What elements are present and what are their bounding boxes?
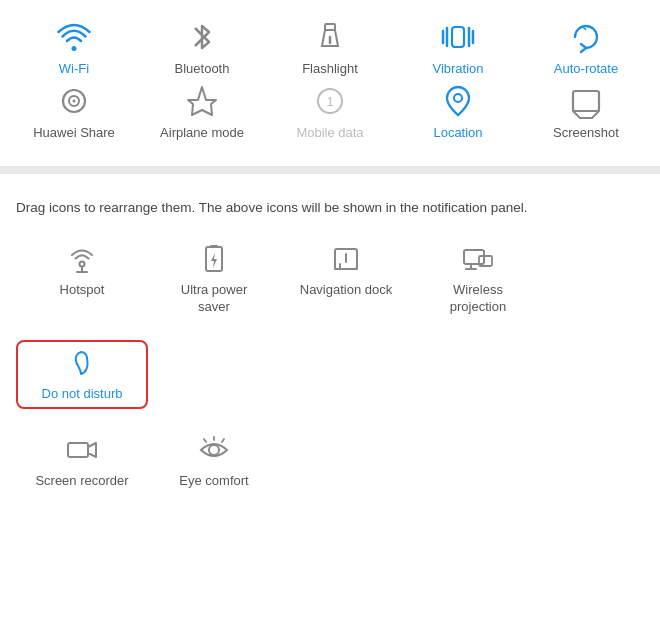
svg-rect-2	[452, 27, 464, 47]
airplanemode-label: Airplane mode	[160, 125, 244, 140]
hotspot-label: Hotspot	[60, 282, 105, 299]
location-toggle[interactable]: Location	[398, 82, 518, 140]
hotspot-toggle[interactable]: Hotspot	[16, 236, 148, 322]
vibration-toggle[interactable]: Vibration	[398, 18, 518, 76]
screenrecorder-label: Screen recorder	[35, 473, 128, 490]
extra-icons-grid: Hotspot Ultra powersaver Navigation dock	[16, 236, 644, 427]
eyecomfort-label: Eye comfort	[179, 473, 248, 490]
svg-rect-22	[210, 245, 218, 248]
eyecomfort-icon	[197, 433, 231, 467]
airplanemode-toggle[interactable]: Airplane mode	[142, 82, 262, 140]
quick-settings-row-1: Wi-Fi Bluetooth Flashlight	[0, 18, 660, 76]
vibration-icon	[439, 18, 477, 56]
huaweishare-toggle[interactable]: Huawei Share	[14, 82, 134, 140]
section-divider	[0, 166, 660, 174]
svg-point-33	[209, 445, 219, 455]
vibration-label: Vibration	[432, 61, 483, 76]
navigationdock-toggle[interactable]: Navigation dock	[280, 236, 412, 322]
autorotate-label: Auto-rotate	[554, 61, 618, 76]
screenshot-icon	[567, 82, 605, 120]
huaweishare-icon	[55, 82, 93, 120]
flashlight-toggle[interactable]: Flashlight	[270, 18, 390, 76]
ultrapowersaver-toggle[interactable]: Ultra powersaver	[148, 236, 280, 322]
eyecomfort-toggle[interactable]: Eye comfort	[148, 427, 280, 496]
bluetooth-label: Bluetooth	[175, 61, 230, 76]
svg-rect-27	[464, 250, 484, 264]
top-section: Wi-Fi Bluetooth Flashlight	[0, 0, 660, 156]
navigationdock-label: Navigation dock	[300, 282, 393, 299]
extra-icons-grid-row2: Screen recorder Eye comfort	[16, 427, 644, 514]
wifi-icon	[55, 18, 93, 56]
ultrapowersaver-icon	[197, 242, 231, 276]
screenshot-label: Screenshot	[553, 125, 619, 140]
ultrapowersaver-label: Ultra powersaver	[181, 282, 247, 316]
location-label: Location	[433, 125, 482, 140]
screenrecorder-icon	[65, 433, 99, 467]
mobiledata-icon: 1	[311, 82, 349, 120]
svg-point-10	[73, 100, 76, 103]
svg-rect-14	[573, 91, 599, 111]
navigationdock-icon	[329, 242, 363, 276]
svg-text:1: 1	[326, 94, 333, 109]
drag-hint-text: Drag icons to rearrange them. The above …	[16, 198, 644, 218]
hotspot-icon	[65, 242, 99, 276]
flashlight-label: Flashlight	[302, 61, 358, 76]
bluetooth-toggle[interactable]: Bluetooth	[142, 18, 262, 76]
wirelessprojection-label: Wirelessprojection	[450, 282, 506, 316]
donotdisturb-icon	[65, 346, 99, 380]
airplanemode-icon	[183, 82, 221, 120]
wifi-label: Wi-Fi	[59, 61, 89, 76]
autorotate-toggle[interactable]: Auto-rotate	[526, 18, 646, 76]
donotdisturb-label: Do not disturb	[42, 386, 123, 403]
mobiledata-label: Mobile data	[296, 125, 363, 140]
screenrecorder-toggle[interactable]: Screen recorder	[16, 427, 148, 496]
donotdisturb-toggle[interactable]: Do not disturb	[16, 340, 148, 409]
svg-rect-31	[68, 443, 88, 457]
wifi-toggle[interactable]: Wi-Fi	[14, 18, 134, 76]
autorotate-icon	[567, 18, 605, 56]
huaweishare-label: Huawei Share	[33, 125, 115, 140]
svg-point-13	[454, 94, 462, 102]
wirelessprojection-icon	[461, 242, 495, 276]
bluetooth-icon	[183, 18, 221, 56]
location-icon	[439, 82, 477, 120]
screenshot-toggle[interactable]: Screenshot	[526, 82, 646, 140]
svg-marker-32	[88, 443, 96, 457]
mobiledata-toggle[interactable]: 1 Mobile data	[270, 82, 390, 140]
bottom-section: Drag icons to rearrange them. The above …	[0, 184, 660, 524]
quick-settings-row-2: Huawei Share Airplane mode 1 Mobile data…	[0, 82, 660, 140]
flashlight-icon	[311, 18, 349, 56]
wirelessprojection-toggle[interactable]: Wirelessprojection	[412, 236, 544, 322]
